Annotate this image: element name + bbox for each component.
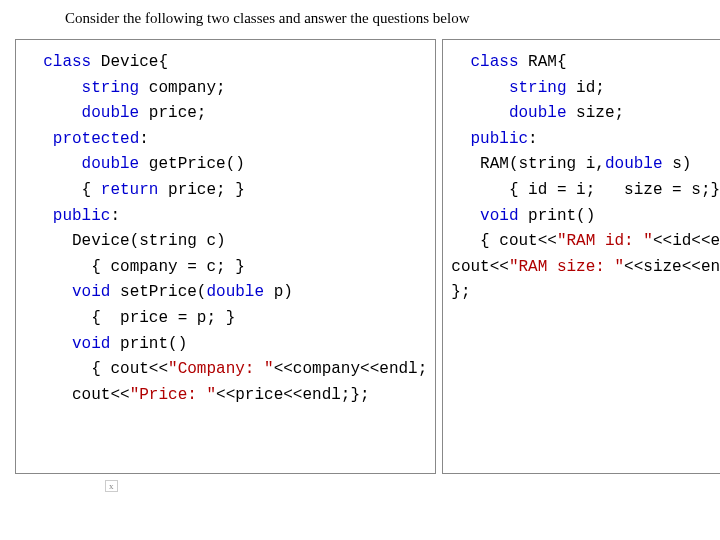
txt: print()	[110, 335, 187, 353]
code-ram: class RAM{ string id; double size; publi…	[451, 50, 720, 306]
txt: };	[451, 283, 470, 301]
txt: { id = i; size = s;}	[509, 181, 720, 199]
kw-return: return	[101, 181, 159, 199]
txt: price; }	[158, 181, 244, 199]
kw-double: double	[82, 155, 140, 173]
code-columns: class Device{ string company; double pri…	[15, 39, 705, 474]
str-price: "Price: "	[130, 386, 216, 404]
txt: :	[528, 130, 538, 148]
question-prompt: Consider the following two classes and a…	[65, 10, 705, 27]
kw-string: string	[509, 79, 567, 97]
txt: <<company<<endl;	[274, 360, 428, 378]
code-box-ram: class RAM{ string id; double size; publi…	[442, 39, 720, 474]
txt: Device(string c)	[72, 232, 226, 250]
code-box-device: class Device{ string company; double pri…	[15, 39, 436, 474]
txt: <<price<<endl;};	[216, 386, 370, 404]
txt: price;	[139, 104, 206, 122]
kw-class: class	[43, 53, 91, 71]
txt: :	[110, 207, 120, 225]
kw-void: void	[72, 335, 110, 353]
txt: RAM(string i,	[480, 155, 605, 173]
kw-public: public	[53, 207, 111, 225]
kw-void: void	[480, 207, 518, 225]
kw-double: double	[509, 104, 567, 122]
str-ramsize: "RAM size: "	[509, 258, 624, 276]
kw-public: public	[470, 130, 528, 148]
txt: s)	[663, 155, 692, 173]
str-company: "Company: "	[168, 360, 274, 378]
kw-class: class	[470, 53, 518, 71]
txt: { company = c; }	[91, 258, 245, 276]
txt: size;	[567, 104, 625, 122]
kw-double: double	[605, 155, 663, 173]
txt: { cout<<	[480, 232, 557, 250]
txt: Device{	[91, 53, 168, 71]
txt: :	[139, 130, 149, 148]
txt: company;	[139, 79, 225, 97]
txt: RAM{	[519, 53, 567, 71]
txt: <<size<<endl;}	[624, 258, 720, 276]
kw-double: double	[206, 283, 264, 301]
txt: cout<<	[451, 258, 509, 276]
kw-string: string	[82, 79, 140, 97]
txt: <<id<<endl;	[653, 232, 720, 250]
code-device: class Device{ string company; double pri…	[24, 50, 427, 408]
str-ramid: "RAM id: "	[557, 232, 653, 250]
txt: id;	[567, 79, 605, 97]
footnote-box: x	[105, 480, 118, 492]
txt: cout<<	[72, 386, 130, 404]
kw-protected: protected	[53, 130, 139, 148]
txt: {	[82, 181, 101, 199]
txt: { price = p; }	[91, 309, 235, 327]
txt: print()	[519, 207, 596, 225]
kw-void: void	[72, 283, 110, 301]
kw-double: double	[82, 104, 140, 122]
txt: p)	[264, 283, 293, 301]
txt: setPrice(	[110, 283, 206, 301]
txt: getPrice()	[139, 155, 245, 173]
txt: { cout<<	[91, 360, 168, 378]
